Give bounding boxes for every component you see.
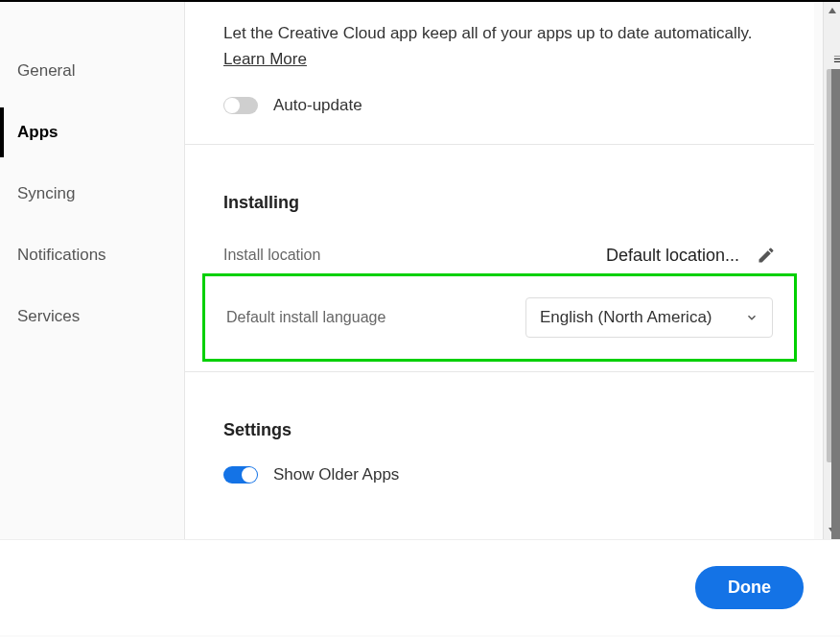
install-location-label: Install location <box>223 247 320 264</box>
install-language-row: Default install language English (North … <box>226 297 773 338</box>
language-highlight: Default install language English (North … <box>202 273 797 362</box>
install-language-select[interactable]: English (North America) <box>525 297 773 338</box>
install-location-row: Install location Default location... <box>223 238 776 273</box>
install-language-label: Default install language <box>226 309 385 326</box>
toggle-knob <box>242 467 257 483</box>
window-edge-icon: ≡ <box>833 56 840 69</box>
main-content: Let the Creative Cloud app keep all of y… <box>184 2 814 539</box>
updates-section: Let the Creative Cloud app keep all of y… <box>185 2 814 145</box>
learn-more-link[interactable]: Learn More <box>223 50 307 69</box>
settings-title: Settings <box>223 420 776 440</box>
install-language-value: English (North America) <box>540 308 712 327</box>
sidebar: General Apps Syncing Notifications Servi… <box>0 2 184 539</box>
installing-title: Installing <box>223 193 776 213</box>
sidebar-item-syncing[interactable]: Syncing <box>0 163 184 224</box>
preferences-dialog: General Apps Syncing Notifications Servi… <box>0 2 840 637</box>
sidebar-item-services[interactable]: Services <box>0 286 184 347</box>
chevron-down-icon <box>745 311 758 324</box>
dialog-footer: Done <box>0 539 840 635</box>
svg-marker-0 <box>828 8 836 13</box>
show-older-apps-toggle[interactable] <box>223 466 258 484</box>
sidebar-item-general[interactable]: General <box>0 40 184 102</box>
edit-icon[interactable] <box>757 246 776 265</box>
install-location-value: Default location... <box>606 246 739 266</box>
settings-section: Settings Show Older Apps <box>185 372 814 513</box>
show-older-apps-label: Show Older Apps <box>273 465 399 484</box>
installing-section: Installing Install location Default loca… <box>185 145 814 372</box>
done-button[interactable]: Done <box>695 566 804 609</box>
scroll-up-icon[interactable] <box>824 2 840 19</box>
toggle-knob <box>224 98 240 113</box>
sidebar-item-notifications[interactable]: Notifications <box>0 224 184 286</box>
auto-update-toggle[interactable] <box>223 97 258 114</box>
sidebar-item-apps[interactable]: Apps <box>0 102 184 163</box>
window-shadow <box>831 69 840 539</box>
auto-update-label: Auto-update <box>273 96 362 115</box>
auto-update-description: Let the Creative Cloud app keep all of y… <box>223 21 776 46</box>
